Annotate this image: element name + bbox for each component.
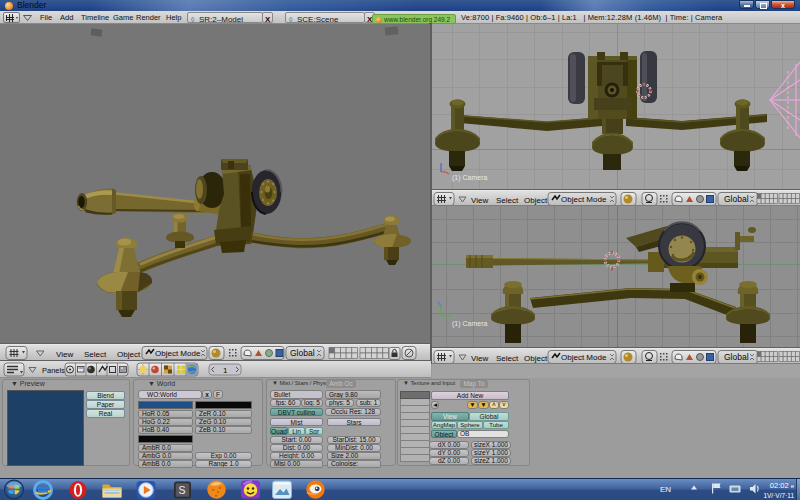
svg-text:EN: EN	[660, 485, 671, 494]
svg-text:(1) Camera: (1) Camera	[452, 320, 488, 328]
svg-text:(1) Camera: (1) Camera	[452, 174, 488, 182]
svg-text:S: S	[179, 484, 186, 496]
